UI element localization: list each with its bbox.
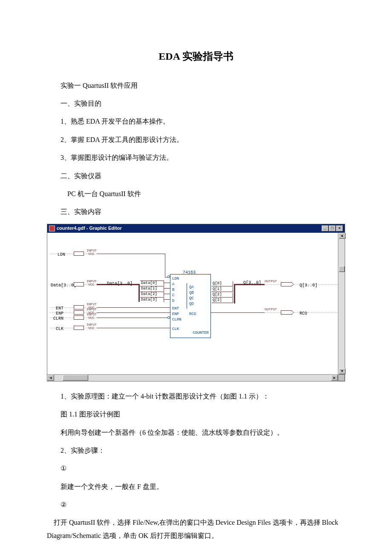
chip-port: CLK <box>172 326 179 333</box>
window-title-bar[interactable]: counter4.gdf - Graphic Editor _ □ × <box>47 224 345 233</box>
bus-tap: Data[0] <box>140 280 164 286</box>
text-line: 1、熟悉 EDA 开发平台的基本操作。 <box>47 115 345 128</box>
wire <box>97 328 170 328</box>
wire <box>164 299 170 300</box>
chip-footer: COUNTER <box>193 330 209 337</box>
io-tag-output: OUTPUT <box>265 308 277 311</box>
q-net: Q[0] <box>212 281 233 286</box>
input-port-icon <box>74 315 84 320</box>
step-marker: ② <box>47 498 345 511</box>
document-title: EDA 实验指导书 <box>47 47 345 66</box>
chip-port: D <box>172 298 174 305</box>
text-line: 打开 QuartusII 软件，选择 File/New,在弹出的窗口中选 Dev… <box>47 516 345 542</box>
output-port-icon <box>281 282 292 286</box>
bus-name: Q[3..0] <box>243 279 261 287</box>
output-port-icon <box>281 310 292 315</box>
text-line: 实验一 QuartusII 软件应用 <box>47 79 345 92</box>
schematic-canvas[interactable]: LDN INPUT VCC Data[3..0] INPUT VCC Data[… <box>47 233 345 374</box>
wire <box>97 318 170 318</box>
text-line: 二、实验仪器 <box>47 170 345 182</box>
text-line: 利用向导创建一个新器件（6 位全加器：使能、流水线等参数自行设定）。 <box>47 426 345 439</box>
wire <box>164 294 170 294</box>
close-button[interactable]: × <box>336 225 343 231</box>
scroll-left-button[interactable]: ◄ <box>47 375 54 381</box>
pin-label-clk: CLK <box>56 325 63 333</box>
chip-port: RCO <box>189 311 196 318</box>
input-port-icon <box>74 305 84 309</box>
q-net: Q[3] <box>212 298 233 303</box>
chip-74163[interactable]: LDN A B C D ENT ENP CLRN CLK QA QB QC QD… <box>170 274 211 338</box>
io-tag-vcc: VCC <box>88 283 94 286</box>
io-tag-vcc: VCC <box>88 327 94 330</box>
scroll-down-button[interactable]: ▼ <box>339 368 346 374</box>
maximize-button[interactable]: □ <box>329 225 336 231</box>
graphic-editor-window: counter4.gdf - Graphic Editor _ □ × LDN … <box>47 224 345 382</box>
text-line: 1、实验原理图：建立一个 4-bit 计数器图形设计文件（如图 1.1 示）： <box>47 390 345 403</box>
text-line: PC 机一台 QuartusII 软件 <box>47 188 345 200</box>
wire <box>165 254 165 277</box>
text-line: 三、实验内容 <box>47 205 345 218</box>
q-net: Q[2] <box>212 292 233 298</box>
input-port-icon <box>74 282 84 286</box>
bus-tap: Data[2] <box>140 292 164 297</box>
chevron-right-icon: ► <box>333 375 336 381</box>
bus <box>234 284 235 304</box>
chevron-up-icon: ▲ <box>340 232 344 239</box>
inversion-bubble-icon <box>167 316 170 319</box>
window-title: counter4.gdf - Graphic Editor <box>57 224 322 233</box>
chevron-down-icon: ▼ <box>340 368 344 374</box>
chip-port: CLRN <box>172 316 182 324</box>
step-marker: ① <box>47 462 345 475</box>
minimize-button[interactable]: _ <box>322 225 329 231</box>
figure-caption: 图 1.1 图形设计例图 <box>47 408 345 421</box>
bus-tap: Data[3] <box>140 297 164 302</box>
io-tag-vcc: VCC <box>88 252 94 256</box>
chip-port: QD <box>189 301 194 308</box>
chevron-left-icon: ◄ <box>49 375 52 381</box>
scroll-right-button[interactable]: ► <box>331 375 338 381</box>
text-line: 3、掌握图形设计的编译与验证方法。 <box>47 151 345 164</box>
input-port-icon <box>74 251 84 256</box>
app-icon <box>49 225 55 231</box>
pin-label-out-q: Q[3..0] <box>300 281 317 289</box>
q-net: Q[1] <box>212 287 233 292</box>
pin-label-data: Data[3..0] <box>51 281 76 289</box>
text-line: 2、实验步骤： <box>47 444 345 457</box>
input-port-icon <box>74 310 84 315</box>
scroll-up-button[interactable]: ▲ <box>339 233 346 239</box>
wire <box>97 307 170 308</box>
wire <box>97 254 165 254</box>
scroll-thumb[interactable] <box>63 375 88 381</box>
resize-grip-icon[interactable] <box>338 374 345 381</box>
wire <box>97 312 170 313</box>
bus-name: Data[3..0] <box>107 280 133 288</box>
pin-label-out-rco: RCO <box>300 309 307 318</box>
io-tag-vcc: VCC <box>88 316 94 320</box>
scroll-thumb[interactable] <box>339 266 345 272</box>
text-line: 新建一个文件夹，一般在 F 盘里。 <box>47 480 345 493</box>
bus <box>138 284 140 302</box>
pin-label-ldn: LDN <box>58 251 65 259</box>
inversion-bubble-icon <box>167 275 170 278</box>
vertical-scrollbar[interactable]: ▲ ▼ <box>338 233 345 374</box>
pin-label-clrn: CLRN <box>53 315 63 323</box>
input-port-icon <box>74 326 84 330</box>
wire <box>164 283 170 283</box>
text-line: 2、掌握 EDA 开发工具的图形设计方法。 <box>47 133 345 146</box>
io-tag-output: OUTPUT <box>265 280 277 283</box>
bus-tap: Data[1] <box>140 286 164 291</box>
horizontal-scrollbar[interactable]: ◄ ► <box>47 374 345 381</box>
wire <box>164 288 170 289</box>
wire <box>211 312 265 313</box>
text-line: 一、实验目的 <box>47 97 345 110</box>
